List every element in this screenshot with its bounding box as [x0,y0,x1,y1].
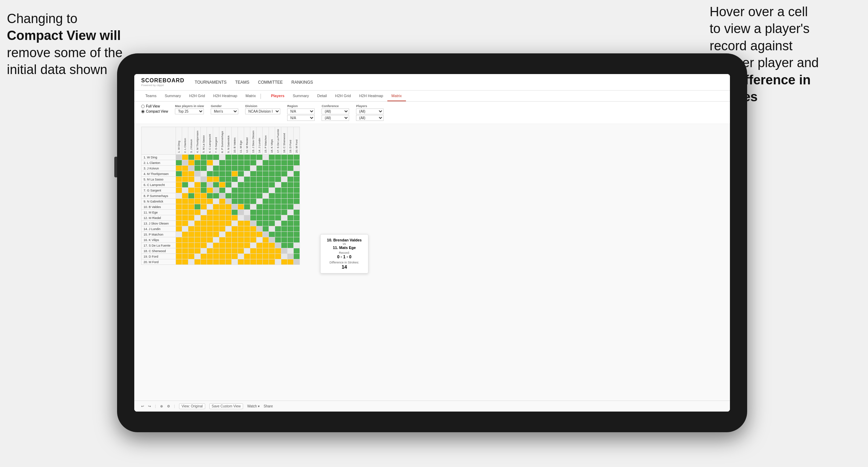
matrix-cell[interactable] [219,254,226,259]
matrix-cell[interactable] [238,259,244,265]
matrix-cell[interactable] [269,204,275,210]
matrix-cell[interactable] [238,215,244,221]
matrix-cell[interactable] [176,237,182,243]
matrix-cell[interactable] [244,199,250,204]
matrix-cell[interactable] [275,226,281,232]
matrix-cell[interactable] [176,160,182,166]
matrix-cell[interactable] [201,177,207,182]
matrix-cell[interactable] [176,204,182,210]
matrix-cell[interactable] [263,232,269,237]
matrix-cell[interactable] [207,155,213,160]
matrix-cell[interactable] [287,204,294,210]
matrix-cell[interactable] [195,166,201,171]
nav-committee[interactable]: COMMITTEE [258,79,283,86]
matrix-cell[interactable] [219,232,226,237]
matrix-cell[interactable] [176,177,182,182]
matrix-cell[interactable] [226,177,232,182]
matrix-cell[interactable] [207,193,213,199]
tab-players-detail[interactable]: Detail [313,91,331,101]
matrix-cell[interactable] [232,243,238,248]
matrix-cell[interactable] [263,199,269,204]
matrix-cell[interactable] [287,259,294,265]
matrix-cell[interactable] [275,243,281,248]
matrix-cell[interactable] [201,171,207,177]
matrix-cell[interactable] [250,188,257,193]
matrix-cell[interactable] [281,232,287,237]
matrix-cell[interactable] [232,177,238,182]
matrix-cell[interactable] [281,177,287,182]
matrix-cell[interactable] [188,188,195,193]
matrix-cell[interactable] [238,254,244,259]
matrix-cell[interactable] [238,182,244,188]
matrix-cell[interactable] [244,237,250,243]
matrix-cell[interactable] [287,171,294,177]
matrix-cell[interactable] [176,226,182,232]
matrix-cell[interactable] [281,188,287,193]
matrix-cell[interactable] [219,171,226,177]
matrix-cell[interactable] [257,259,263,265]
matrix-cell[interactable] [207,254,213,259]
matrix-cell[interactable] [207,210,213,215]
matrix-cell[interactable] [287,254,294,259]
region-select-2[interactable]: N/A [287,115,315,121]
matrix-cell[interactable] [195,221,201,226]
matrix-cell[interactable] [263,259,269,265]
matrix-cell[interactable] [176,199,182,204]
matrix-cell[interactable] [232,182,238,188]
matrix-cell[interactable] [207,199,213,204]
matrix-cell[interactable] [195,232,201,237]
matrix-cell[interactable] [195,243,201,248]
matrix-cell[interactable] [176,210,182,215]
matrix-cell[interactable] [201,199,207,204]
matrix-cell[interactable] [188,177,195,182]
matrix-cell[interactable] [188,226,195,232]
matrix-cell[interactable] [232,259,238,265]
matrix-cell[interactable] [263,215,269,221]
matrix-cell[interactable] [182,182,188,188]
gender-select[interactable]: Men's [211,108,238,114]
matrix-cell[interactable] [269,199,275,204]
matrix-cell[interactable] [195,193,201,199]
matrix-cell[interactable] [257,215,263,221]
matrix-cell[interactable] [232,254,238,259]
matrix-cell[interactable] [213,166,219,171]
matrix-cell[interactable] [269,160,275,166]
matrix-cell[interactable] [238,248,244,254]
matrix-cell[interactable] [287,160,294,166]
matrix-cell[interactable] [275,160,281,166]
matrix-cell[interactable] [294,199,300,204]
matrix-cell[interactable] [294,254,300,259]
matrix-cell[interactable] [244,259,250,265]
matrix-cell[interactable] [226,259,232,265]
matrix-cell[interactable] [269,248,275,254]
matrix-cell[interactable] [294,160,300,166]
matrix-cell[interactable] [269,210,275,215]
matrix-cell[interactable] [219,182,226,188]
matrix-cell[interactable] [213,199,219,204]
matrix-cell[interactable] [201,237,207,243]
matrix-cell[interactable] [238,226,244,232]
matrix-cell[interactable] [281,248,287,254]
matrix-cell[interactable] [195,188,201,193]
players-select-1[interactable]: (All) [356,108,384,114]
matrix-cell[interactable] [201,182,207,188]
conference-select-2[interactable]: (All) [322,115,349,121]
matrix-cell[interactable] [250,215,257,221]
matrix-cell[interactable] [244,215,250,221]
matrix-cell[interactable] [188,166,195,171]
matrix-cell[interactable] [176,166,182,171]
matrix-cell[interactable] [250,221,257,226]
matrix-cell[interactable] [238,199,244,204]
matrix-cell[interactable] [207,237,213,243]
compact-view-radio[interactable] [141,110,145,113]
matrix-cell[interactable] [195,254,201,259]
matrix-cell[interactable] [294,188,300,193]
matrix-cell[interactable] [250,259,257,265]
matrix-cell[interactable] [182,155,188,160]
matrix-cell[interactable] [269,166,275,171]
matrix-cell[interactable] [226,221,232,226]
matrix-cell[interactable] [250,237,257,243]
nav-rankings[interactable]: RANKINGS [291,79,313,86]
matrix-cell[interactable] [213,193,219,199]
matrix-cell[interactable] [281,259,287,265]
